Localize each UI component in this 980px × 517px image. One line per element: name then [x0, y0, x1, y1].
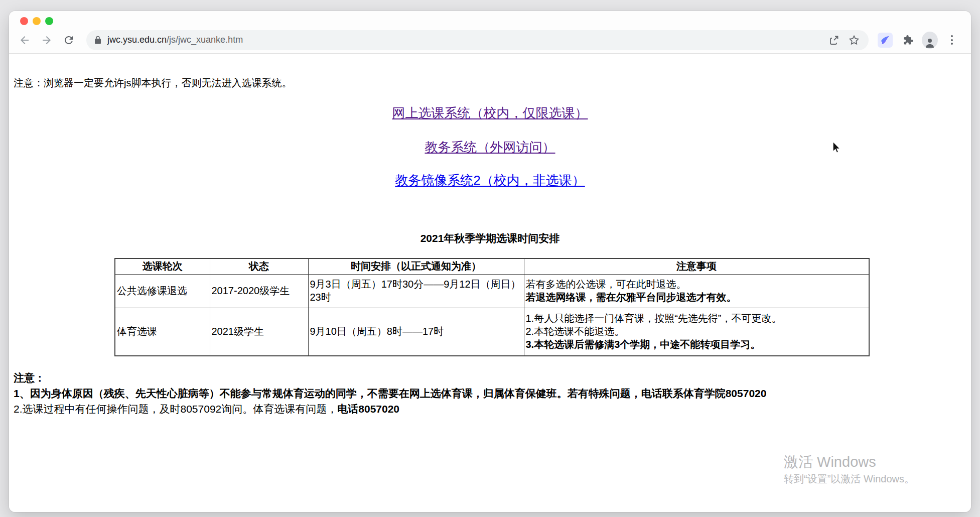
lock-icon — [93, 36, 102, 45]
bookmark-star-icon — [848, 34, 860, 46]
window-titlebar — [9, 11, 971, 27]
minimize-window-button[interactable] — [33, 17, 41, 25]
url-bar[interactable]: jwc.ysu.edu.cn/js/jwc_xuanke.htm — [86, 30, 869, 50]
cell-status-1: 2017-2020级学生 — [210, 274, 308, 308]
cell-round-2: 体育选课 — [115, 308, 210, 356]
note-line: 1.每人只能选择一门体育课，按照“先选先得”，不可更改。 — [526, 312, 868, 325]
browser-toolbar: jwc.ysu.edu.cn/js/jwc_xuanke.htm — [9, 27, 971, 54]
share-icon — [828, 34, 840, 46]
close-window-button[interactable] — [20, 17, 28, 25]
url-path: /js/jwc_xuanke.htm — [167, 35, 243, 45]
forward-button[interactable] — [39, 33, 54, 48]
cell-notes-1: 若有多选的公选课，可在此时退选。 若退选网络课，需在尔雅平台同步退选才有效。 — [524, 274, 869, 308]
js-warning-text: 注意：浏览器一定要允许js脚本执行，否则无法进入选课系统。 — [14, 76, 292, 90]
share-button[interactable] — [826, 33, 842, 48]
watermark-subtitle: 转到“设置”以激活 Windows。 — [784, 472, 914, 486]
table-row: 体育选课 2021级学生 9月10日（周五）8时——17时 1.每人只能选择一门… — [115, 308, 869, 356]
url-text: jwc.ysu.edu.cn/js/jwc_xuanke.htm — [107, 35, 243, 45]
activate-windows-watermark: 激活 Windows 转到“设置”以激活 Windows。 — [784, 453, 914, 486]
watermark-title: 激活 Windows — [784, 453, 914, 470]
notice-line-2-phone: 电话8057020 — [337, 403, 399, 415]
table-header-row: 选课轮次 状态 时间安排（以正式通知为准） 注意事项 — [115, 258, 869, 274]
note-line: 若退选网络课，需在尔雅平台同步退选才有效。 — [526, 291, 868, 304]
link-academic-system-external[interactable]: 教务系统（外网访问） — [425, 140, 555, 155]
link-row-1: 网上选课系统（校内，仅限选课） — [9, 104, 971, 122]
cell-round-1: 公共选修课退选 — [115, 274, 210, 308]
notice-line-2: 2.选课过程中有任何操作问题，及时8057092询问。体育选课有问题，电话805… — [14, 401, 766, 417]
cell-status-2: 2021级学生 — [210, 308, 308, 356]
refresh-icon — [63, 34, 75, 46]
refresh-button[interactable] — [61, 33, 76, 48]
overflow-menu-icon — [951, 35, 953, 45]
link-row-2: 教务系统（外网访问） — [9, 139, 971, 156]
link-academic-mirror-system-2[interactable]: 教务镜像系统2（校内，非选课） — [395, 173, 585, 188]
notice-line-1: 1、因为身体原因（残疾、先天性心脏病等）不能参与常规体育运动的同学，不需要在网上… — [14, 385, 766, 401]
cell-time-2: 9月10日（周五）8时——17时 — [308, 308, 524, 356]
note-line: 2.本轮选课不能退选。 — [526, 325, 868, 338]
page-content: 注意：浏览器一定要允许js脚本执行，否则无法进入选课系统。 网上选课系统（校内，… — [9, 54, 971, 512]
table-row: 公共选修课退选 2017-2020级学生 9月3日（周五）17时30分——9月1… — [115, 274, 869, 308]
cell-notes-2: 1.每人只能选择一门体育课，按照“先选先得”，不可更改。 2.本轮选课不能退选。… — [524, 308, 869, 356]
mouse-cursor — [829, 140, 842, 155]
browser-menu-button[interactable] — [944, 32, 960, 48]
link-online-course-selection[interactable]: 网上选课系统（校内，仅限选课） — [392, 105, 588, 120]
forward-arrow-icon — [41, 34, 53, 46]
zoom-window-button[interactable] — [45, 17, 53, 25]
notice-title: 注意： — [14, 370, 766, 385]
person-icon — [924, 37, 936, 49]
header-notes: 注意事项 — [524, 258, 869, 274]
link-row-3: 教务镜像系统2（校内，非选课） — [9, 172, 971, 189]
notice-line-2-text: 2.选课过程中有任何操作问题，及时8057092询问。体育选课有问题， — [14, 403, 337, 415]
profile-avatar-icon — [922, 32, 938, 49]
url-domain: jwc.ysu.edu.cn — [107, 35, 167, 45]
bird-extension-button[interactable] — [878, 33, 893, 48]
back-button[interactable] — [17, 33, 32, 48]
extensions-puzzle-icon — [902, 34, 914, 46]
course-selection-schedule-table: 选课轮次 状态 时间安排（以正式通知为准） 注意事项 公共选修课退选 2017-… — [114, 258, 870, 356]
header-status: 状态 — [210, 258, 308, 274]
browser-window: jwc.ysu.edu.cn/js/jwc_xuanke.htm — [9, 11, 971, 512]
profile-button[interactable] — [922, 32, 938, 48]
note-line: 若有多选的公选课，可在此时退选。 — [526, 278, 868, 291]
extensions-button[interactable] — [900, 32, 916, 48]
back-arrow-icon — [19, 34, 31, 46]
bookmark-button[interactable] — [847, 33, 862, 48]
note-line: 3.本轮选课后需修满3个学期，中途不能转项目学习。 — [526, 338, 868, 351]
schedule-table-title: 2021年秋季学期选课时间安排 — [9, 231, 971, 245]
bird-extension-icon — [880, 35, 891, 46]
cell-time-1: 9月3日（周五）17时30分——9月12日（周日）23时 — [308, 274, 524, 308]
header-round: 选课轮次 — [115, 258, 210, 274]
bottom-notices: 注意： 1、因为身体原因（残疾、先天性心脏病等）不能参与常规体育运动的同学，不需… — [14, 370, 766, 417]
header-time: 时间安排（以正式通知为准） — [308, 258, 524, 274]
